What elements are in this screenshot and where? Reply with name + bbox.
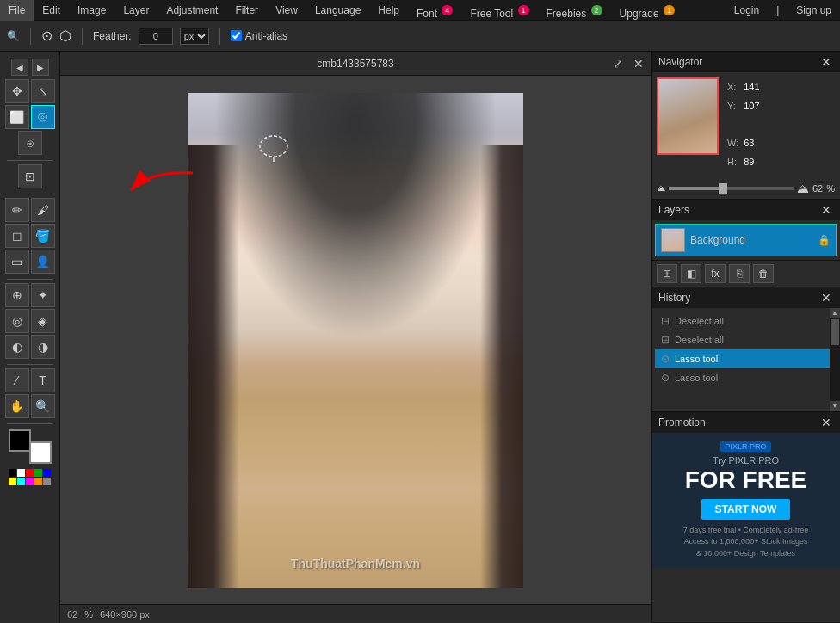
layer-item[interactable]: Background 🔒 [655,224,837,256]
history-panel: History ✕ ⊟ Deselect all ⊟ Deselect all … [652,287,840,412]
menu-adjustment[interactable]: Adjustment [158,0,226,21]
login-link[interactable]: Login [726,0,768,21]
canvas-expand-button[interactable]: ⤢ [609,55,627,72]
palette-orange[interactable] [34,478,42,485]
history-item[interactable]: ⊟ Deselect all [655,330,837,349]
background-color-swatch[interactable] [29,441,52,464]
history-content: ⊟ Deselect all ⊟ Deselect all ⊙ Lasso to… [652,308,840,391]
navigator-panel: Navigator ✕ X: 141 Y: 107 [652,52,840,200]
promo-start-button[interactable]: START NOW [701,499,791,520]
palette-black[interactable] [9,469,16,477]
palette-green[interactable] [34,469,42,477]
toolbar-separator [30,28,31,45]
canvas-header: cmb1433575783 ⤢ ✕ [60,52,651,76]
canvas-wrapper[interactable]: ThuThuatPhanMem.vn [60,76,651,604]
h-label: H: [727,154,742,171]
palette-magenta[interactable] [26,478,34,485]
menu-view[interactable]: View [267,0,306,21]
layer-fx-button[interactable]: fx [705,264,726,283]
y-value: 107 [744,98,759,115]
history-scroll: ⊟ Deselect all ⊟ Deselect all ⊙ Lasso to… [652,308,840,411]
move-tool[interactable]: ✥ [5,79,29,103]
navigator-close-button[interactable]: ✕ [819,55,833,69]
menu-layer[interactable]: Layer [114,0,158,21]
menu-right: Login | Sign up [726,0,840,21]
layer-mask-button[interactable]: ◧ [681,264,701,283]
promo-badge: PIXLR PRO [720,441,770,452]
signup-link[interactable]: Sign up [788,0,840,21]
zoom-tool[interactable]: 🔍 [31,394,55,418]
lasso-freehand-icon[interactable]: ⊙ [41,28,52,44]
menu-help[interactable]: Help [369,0,408,21]
font-badge: 4 [442,5,453,15]
navigator-thumbnail[interactable] [657,77,719,155]
transform-tool[interactable]: ⤡ [31,79,55,103]
hand-tool[interactable]: ✋ [5,394,29,418]
select-rect-tool[interactable]: ⬜ [5,105,29,129]
person-tool[interactable]: 👤 [31,250,55,274]
zoom-thumb[interactable] [719,183,727,194]
scrollbar-up-button[interactable]: ▲ [830,308,840,318]
canvas-dimensions: 640×960 px [100,609,150,620]
feather-unit-select[interactable]: px [180,28,209,45]
brush-tool[interactable]: 🖌 [31,198,55,222]
menu-file[interactable]: File [0,0,34,21]
feather-input[interactable] [139,28,173,45]
menu-language[interactable]: Language [306,0,369,21]
canvas-close-button[interactable]: ✕ [630,55,647,72]
history-close-button[interactable]: ✕ [819,291,833,305]
palette-white[interactable] [17,469,25,477]
menu-font[interactable]: Font 4 [408,0,461,21]
pen-tool[interactable]: ∕ [5,368,29,392]
palette-cyan[interactable] [17,478,25,485]
canvas-image[interactable]: ThuThuatPhanMem.vn [188,93,523,588]
zoom-track[interactable] [669,187,794,190]
tool-row-4: ⊡ [18,164,42,188]
palette-blue[interactable] [43,469,51,477]
layers-close-button[interactable]: ✕ [819,203,833,217]
clone-tool[interactable]: ⊕ [5,283,29,307]
history-label-3: Lasso tool [675,354,718,364]
history-scrollbar[interactable]: ▲ ▼ [830,308,840,411]
layer-compose-button[interactable]: ⊞ [657,264,677,283]
promotion-close-button[interactable]: ✕ [819,416,833,429]
pencil-tool[interactable]: ✏ [5,198,29,222]
heal-tool[interactable]: ✦ [31,283,55,307]
history-item[interactable]: ⊟ Deselect all [655,312,837,330]
crop-tool[interactable]: ⊡ [18,164,42,188]
layer-copy-button[interactable]: ⎘ [729,264,750,283]
tool-sep-5 [7,423,53,424]
menu-image[interactable]: Image [69,0,114,21]
scrollbar-down-button[interactable]: ▼ [830,401,840,411]
palette-yellow[interactable] [9,478,16,485]
menu-freetool[interactable]: Free Tool 1 [461,0,537,21]
shape-tool[interactable]: ▭ [5,250,29,274]
text-tool[interactable]: T [31,368,55,392]
eraser-tool[interactable]: ◻ [5,224,29,248]
menu-freebies[interactable]: Freebies 2 [538,0,611,21]
layer-delete-button[interactable]: 🗑 [753,264,774,283]
burn-tool[interactable]: ◑ [31,335,55,359]
palette-gray[interactable] [43,478,51,485]
menu-edit[interactable]: Edit [34,0,69,21]
history-item[interactable]: ⊙ Lasso tool [655,368,837,387]
promo-try-label: Try PIXLR PRO [660,455,831,466]
sharpen-tool[interactable]: ◈ [31,309,55,333]
antialias-checkbox[interactable] [231,30,242,41]
nav-prev[interactable]: ◀ [11,59,28,76]
magic-wand-tool[interactable]: ⍟ [18,131,42,155]
palette-red[interactable] [26,469,34,477]
foreground-color-swatch[interactable] [9,429,31,452]
promo-main-text: FOR FREE [660,467,831,494]
lasso-polygon-icon[interactable]: ⬡ [59,28,71,44]
history-item-active[interactable]: ⊙ Lasso tool [655,349,837,368]
lasso-tool[interactable]: ⦾ [31,105,55,129]
antialias-checkbox-label[interactable]: Anti-alias [231,30,287,42]
dodge-tool[interactable]: ◐ [5,335,29,359]
blur-tool[interactable]: ◎ [5,309,29,333]
nav-next[interactable]: ▶ [32,59,49,76]
menu-filter[interactable]: Filter [226,0,267,21]
scrollbar-thumb[interactable] [831,319,839,345]
menu-upgrade[interactable]: Upgrade 1 [611,0,683,21]
fill-tool[interactable]: 🪣 [31,224,55,248]
